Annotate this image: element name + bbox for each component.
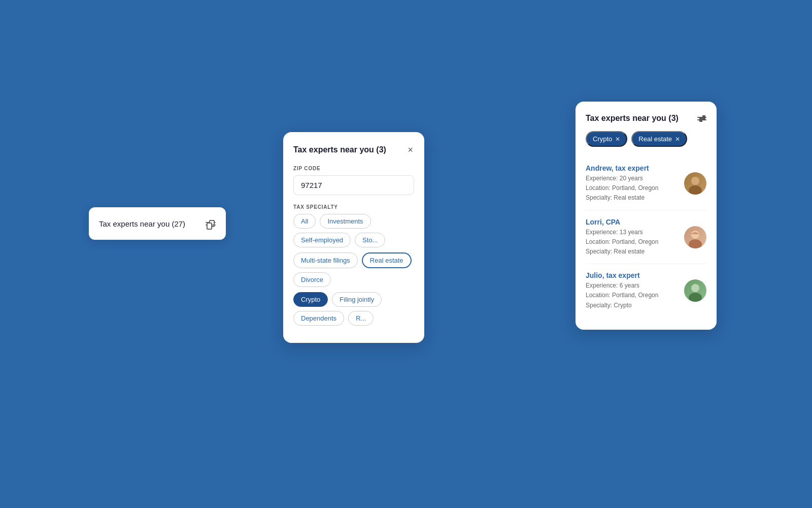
chip-filing-jointly[interactable]: Filing jointly <box>332 292 382 307</box>
remove-crypto-icon[interactable]: ✕ <box>615 136 620 143</box>
filter-bar-2 <box>697 119 706 120</box>
chip-self-employed[interactable]: Self-employed <box>293 233 351 247</box>
expert-list: Andrew, tax expert Experience: 20 years … <box>586 157 706 318</box>
chip-real-estate[interactable]: Real estate <box>362 252 412 268</box>
chip-all[interactable]: All <box>293 214 316 229</box>
zip-label: ZIP CODE <box>293 166 414 171</box>
svg-point-2 <box>691 231 699 239</box>
expert-name-lorri: Lorri, CPA <box>586 218 684 226</box>
results-header: Tax experts near you (3) <box>586 114 706 123</box>
svg-point-1 <box>689 185 702 195</box>
expert-item-andrew[interactable]: Andrew, tax expert Experience: 20 years … <box>586 157 706 211</box>
chip-divorce[interactable]: Divorce <box>293 272 331 287</box>
filter-modal: Tax experts near you (3) × ZIP CODE TAX … <box>283 132 424 343</box>
expert-specialty-andrew: Specialty: Real estate <box>586 193 684 203</box>
filter-modal-header: Tax experts near you (3) × <box>293 144 414 155</box>
expert-name-julio: Julio, tax expert <box>586 271 684 279</box>
expert-specialty-lorri: Specialty: Real estate <box>586 247 684 257</box>
active-chip-real-estate-label: Real estate <box>638 135 672 143</box>
avatar-julio <box>684 279 706 302</box>
expert-info-julio: Julio, tax expert Experience: 6 years Lo… <box>586 271 684 310</box>
results-title: Tax experts near you (3) <box>586 114 679 123</box>
specialty-chips-row2: Multi-state filings Real estate Divorce <box>293 252 414 287</box>
expert-experience-lorri: Experience: 13 years <box>586 228 684 237</box>
expert-location-lorri: Location: Portland, Oregon <box>586 237 684 247</box>
simple-card: Tax experts near you (27) <box>89 207 226 240</box>
filter-icon-simple[interactable] <box>206 222 216 226</box>
active-chip-real-estate[interactable]: Real estate ✕ <box>631 131 687 147</box>
active-chip-crypto-label: Crypto <box>593 135 612 143</box>
active-chip-crypto[interactable]: Crypto ✕ <box>586 131 627 147</box>
svg-point-4 <box>691 284 699 292</box>
specialty-chips-row3: Crypto Filing jointly Dependents R... <box>293 292 414 326</box>
expert-specialty-julio: Specialty: Crypto <box>586 301 684 310</box>
filter-modal-title: Tax experts near you (3) <box>293 145 386 154</box>
svg-point-5 <box>689 293 702 302</box>
svg-point-3 <box>689 239 702 248</box>
chip-more[interactable]: R... <box>348 311 374 326</box>
close-button[interactable]: × <box>407 144 414 155</box>
expert-experience-andrew: Experience: 20 years <box>586 174 684 183</box>
active-filter-chips: Crypto ✕ Real estate ✕ <box>586 131 706 147</box>
specialty-chips-row1: All Investments Self-employed Sto... <box>293 214 414 247</box>
specialty-label: TAX SPECIALTY <box>293 204 414 210</box>
chip-dependents[interactable]: Dependents <box>293 311 344 326</box>
expert-item-julio[interactable]: Julio, tax expert Experience: 6 years Lo… <box>586 264 706 318</box>
expert-location-julio: Location: Portland, Oregon <box>586 291 684 300</box>
chip-investments[interactable]: Investments <box>320 214 370 229</box>
expert-info-andrew: Andrew, tax expert Experience: 20 years … <box>586 164 684 203</box>
svg-point-0 <box>691 177 699 185</box>
avatar-andrew-svg <box>684 172 706 195</box>
results-card: Tax experts near you (3) Crypto ✕ Real e… <box>576 102 717 330</box>
simple-card-title: Tax experts near you (27) <box>99 219 185 228</box>
zip-input[interactable] <box>293 175 414 195</box>
chip-crypto[interactable]: Crypto <box>293 292 328 307</box>
expert-item-lorri[interactable]: Lorri, CPA Experience: 13 years Location… <box>586 211 706 265</box>
chip-stocks[interactable]: Sto... <box>355 233 385 247</box>
expert-experience-julio: Experience: 6 years <box>586 281 684 291</box>
avatar-andrew <box>684 172 706 195</box>
filter-icon-results[interactable] <box>697 117 706 120</box>
avatar-julio-svg <box>684 279 706 302</box>
expert-info-lorri: Lorri, CPA Experience: 13 years Location… <box>586 218 684 257</box>
slider-bar-2 <box>206 225 216 226</box>
expert-location-andrew: Location: Portland, Oregon <box>586 183 684 193</box>
avatar-lorri-svg <box>684 226 706 248</box>
expert-name-andrew: Andrew, tax expert <box>586 164 684 172</box>
chip-multistate[interactable]: Multi-state filings <box>293 252 358 268</box>
avatar-lorri <box>684 226 706 248</box>
remove-real-estate-icon[interactable]: ✕ <box>675 136 680 143</box>
